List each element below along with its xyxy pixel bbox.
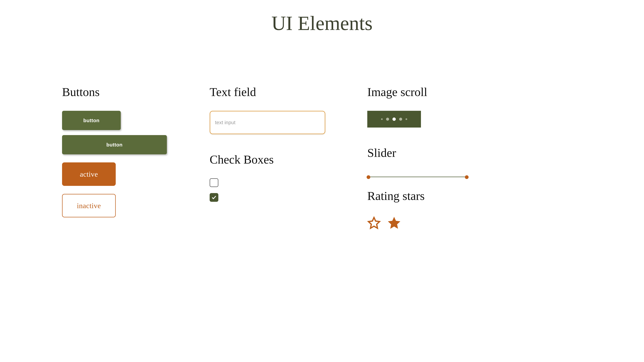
button-primary-large[interactable]: button (62, 135, 167, 154)
range-slider[interactable] (367, 175, 468, 179)
heading-buttons: Buttons (62, 85, 173, 99)
rating-stars (367, 216, 478, 230)
pager-dot-2[interactable] (392, 117, 396, 121)
svg-marker-0 (368, 218, 380, 228)
heading-check-boxes: Check Boxes (210, 153, 330, 167)
checkbox-group (210, 178, 330, 202)
slider-thumb-right[interactable] (465, 175, 468, 179)
text-input[interactable] (210, 111, 325, 134)
pager-dot-1[interactable] (386, 118, 389, 121)
check-icon (211, 195, 217, 200)
pager-dot-3[interactable] (399, 118, 402, 121)
svg-marker-1 (388, 218, 400, 228)
page-title: UI Elements (0, 0, 644, 35)
heading-slider: Slider (367, 146, 478, 160)
heading-image-scroll: Image scroll (367, 85, 478, 99)
star-outline-icon[interactable] (367, 216, 381, 230)
column-misc: Image scroll Slider Rating stars (367, 85, 478, 230)
column-buttons: Buttons button button active inactive (62, 85, 173, 230)
slider-container (367, 175, 478, 179)
star-filled-icon[interactable] (388, 216, 401, 230)
page-root: UI Elements Buttons button button active… (0, 0, 644, 362)
column-inputs: Text field Check Boxes (210, 85, 330, 230)
slider-thumb-left[interactable] (366, 175, 370, 179)
content-grid: Buttons button button active inactive Te… (0, 35, 644, 230)
image-scroll-pager[interactable] (367, 111, 421, 128)
heading-text-field: Text field (210, 85, 330, 99)
pager-dot-4[interactable] (406, 118, 407, 120)
checkbox-unchecked[interactable] (210, 178, 218, 187)
heading-rating-stars: Rating stars (367, 189, 478, 203)
button-inactive[interactable]: inactive (62, 194, 116, 217)
pager-dot-0[interactable] (381, 118, 383, 120)
slider-track (367, 177, 468, 177)
checkbox-checked[interactable] (210, 193, 218, 202)
button-active[interactable]: active (62, 162, 116, 186)
button-primary-small[interactable]: button (62, 111, 121, 130)
